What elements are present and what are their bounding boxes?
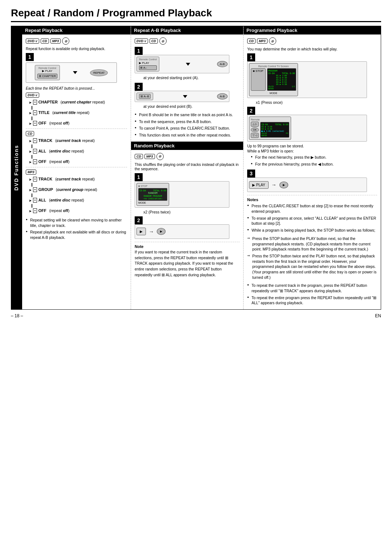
mp3-section-title: MP3 bbox=[26, 170, 127, 175]
prog-stop-note-2: Press the STOP button twice and the PLAY… bbox=[247, 253, 377, 281]
ab-remote-box: Remote Control ▶ PLAY ⊞ A– bbox=[136, 57, 159, 72]
page-title: Repeat / Random / Programmed Playback bbox=[11, 7, 381, 22]
mp3-group-label: GROUP bbox=[38, 187, 53, 192]
arrow-connector bbox=[73, 70, 77, 76]
prog-play-result: ▶ bbox=[279, 182, 288, 188]
repeat-playback-col: Repeat Playback DVD·V CD MP3 ◎ Repeat fu… bbox=[22, 26, 131, 309]
repeat-ab-format-icons: DVD·V CD ◎ bbox=[135, 37, 240, 45]
cd-all-desc: (entire disc repeat) bbox=[49, 149, 84, 153]
prog-step2-num: 2 bbox=[247, 107, 255, 115]
bracket-8: + bbox=[33, 187, 37, 192]
arrow-icon-2: ➤ bbox=[29, 110, 32, 116]
prog-note-2: To erase all programs at once, select "A… bbox=[247, 215, 377, 227]
cd-badge-2: CD bbox=[26, 131, 34, 136]
random-device-box: ■ STOP CD-DATOTAL 0:00 RANDOM RANDOM PRO… bbox=[136, 183, 169, 206]
cd-all-label: ALL bbox=[38, 149, 46, 153]
ab-step1-button: A-B bbox=[217, 61, 228, 67]
mp3-prog-badge: MP3 bbox=[257, 38, 268, 44]
dvd-ab-badge: DVD·V bbox=[135, 38, 148, 44]
repeat-playback-header: Repeat Playback bbox=[22, 26, 131, 34]
prog-step2-container: 2 Remote △ ▷ OK ▽ ◁ CD-DATOTAL 9:59 bbox=[247, 107, 377, 142]
repeat-step1-container: 1 Remote Control ▶ PLAY ⊞ CHAPTER REPEAT bbox=[26, 53, 127, 84]
prog-play-button: ▶ PLAY bbox=[249, 181, 269, 189]
mp3-track-item: ➤ + TRACK (current track repeat) bbox=[29, 177, 127, 182]
prog-notes-label: Notes bbox=[247, 197, 377, 202]
prog-format-icons: CD MP3 ◎ bbox=[247, 37, 377, 45]
dvd-off-desc: (repeat off) bbox=[49, 121, 70, 125]
random-header: Random Playback bbox=[131, 142, 243, 150]
bracket-1: + bbox=[33, 100, 37, 105]
cd-prog-badge: CD bbox=[247, 38, 256, 44]
dvd-chapter-label: CHAPTER bbox=[38, 100, 58, 104]
random-play-box: ▶ bbox=[157, 228, 166, 235]
arrow-icon-8: ➤ bbox=[29, 187, 32, 193]
prog-extra-note-1: To repeat the current track in the progr… bbox=[247, 282, 377, 294]
random-note-label: Note bbox=[135, 244, 240, 249]
prog-screen-2: CD-DATOTAL 9:59 01 ▶ 3:28 02 ▶ 4:30 ■ ▶ … bbox=[260, 122, 289, 138]
ab-notes-list: Point B should be in the same title or t… bbox=[135, 111, 240, 139]
repeat-button-box: REPEAT bbox=[90, 69, 108, 76]
prog-intro: You may determine the order in which tra… bbox=[247, 47, 377, 51]
mp3-all-item: ➤ + ALL (entire disc repeat) bbox=[29, 198, 127, 203]
dvd-chapter-item: ➤ + CHAPTER (current chapter repeat) bbox=[29, 100, 127, 105]
prog-step1-num: 1 bbox=[247, 53, 255, 61]
cd-off-label: OFF bbox=[38, 159, 46, 164]
ab-step2-num: 2 bbox=[135, 83, 143, 91]
random-step1-label: x2 (Press twice) bbox=[143, 210, 240, 214]
arrow-icon-4: ➤ bbox=[29, 138, 32, 144]
ab-step2-container: 2 ⊞ A–B A-B bbox=[135, 83, 240, 102]
repeat-notes-list: Repeat setting will be cleared when movi… bbox=[26, 217, 127, 241]
bracket-7: + bbox=[33, 177, 37, 182]
mp3-off-desc: (repeat off) bbox=[49, 208, 70, 213]
random-screen-1: CD-DATOTAL 0:00 RANDOM RANDOM PROGRAM —n… bbox=[138, 188, 167, 201]
mp3-group-item: ➤ + GROUP (current group repeat) bbox=[29, 187, 127, 193]
bracket-2: + bbox=[33, 110, 37, 115]
repeat-intro-text: Repeat function is available only during… bbox=[26, 47, 127, 51]
random-intro: This shuffles the playing order of track… bbox=[135, 162, 240, 171]
prog-step3-arrow: → bbox=[271, 182, 277, 188]
ab-note-1: Point B should be in the same title or t… bbox=[135, 111, 240, 118]
repeat-step1-caption: Each time the REPEAT button is pressed..… bbox=[26, 86, 127, 90]
mp3-track-label: TRACK bbox=[38, 177, 53, 181]
ab-step1-container: 1 Remote Control ▶ PLAY ⊞ A– A-B bbox=[135, 47, 240, 73]
disc-prog-badge: ◎ bbox=[269, 37, 276, 45]
dvd-title-item: ➤ + TITLE (current title repeat) bbox=[29, 110, 127, 116]
mp3-track-desc: (current track repeat) bbox=[55, 177, 95, 181]
prog-note-1: Press the CLEAR/C.RESET button at step [… bbox=[247, 203, 377, 215]
remote-label: Remote Control bbox=[37, 67, 57, 69]
dvd-title-label: TITLE bbox=[38, 110, 50, 115]
mp3-group-desc: (current group repeat) bbox=[56, 187, 97, 192]
prog-step1-remote: Remote Control TV Screen ■ STOP PROGRAM … bbox=[249, 63, 298, 96]
random-note-text: If you want to repeat the current track … bbox=[135, 249, 240, 278]
arrow-icon-3: ➤ bbox=[29, 121, 32, 126]
bracket-5: + bbox=[33, 149, 37, 154]
dvd-off-label: OFF bbox=[38, 121, 46, 125]
random-step1-num: 1 bbox=[135, 173, 143, 181]
cd-all-item: ➤ + ALL (entire disc repeat) bbox=[29, 149, 127, 154]
dvd-chapter-desc: (current chapter repeat) bbox=[61, 100, 105, 104]
prog-note-3: While a program is being played back, th… bbox=[247, 227, 377, 234]
prog-mp3-prev: For the previous hierarchy, press the ◀ … bbox=[251, 161, 377, 168]
mp3-random-badge: MP3 bbox=[144, 154, 155, 159]
prog-step3-num: 3 bbox=[247, 170, 255, 178]
page-number: – 18 – bbox=[11, 313, 23, 318]
prog-notes-list: Press the CLEAR/C.RESET button at step [… bbox=[247, 203, 377, 233]
arrow-icon-5: ➤ bbox=[29, 149, 32, 154]
repeat-format-icons: DVD·V CD MP3 ◎ bbox=[26, 37, 127, 45]
repeat-note-1: Repeat setting will be cleared when movi… bbox=[26, 217, 127, 229]
random-step2-container: 2 ▶ → ▶ bbox=[135, 216, 240, 239]
random-step2-arrow: → bbox=[149, 229, 154, 235]
bracket-6: + bbox=[33, 159, 37, 164]
arrow-icon-7: ➤ bbox=[29, 177, 32, 182]
dvd-title-desc: (current title repeat) bbox=[52, 110, 89, 115]
repeat-note-2: Repeat playback are not available with a… bbox=[26, 229, 127, 241]
ab-step2-button-2: A-B bbox=[217, 93, 228, 99]
arrow-icon-1: ➤ bbox=[29, 100, 32, 105]
ab-step2-arrow bbox=[183, 95, 187, 98]
ab-step2-display: ⊞ A–B bbox=[136, 93, 153, 100]
mp3-repeat-items: ➤ + TRACK (current track repeat) ➤ + GRO… bbox=[26, 177, 127, 214]
cd-section-title: CD bbox=[26, 131, 127, 136]
ab-step1-arrow bbox=[186, 63, 190, 66]
cd-track-desc: (current track repeat) bbox=[55, 138, 95, 143]
disc-random-badge: ◎ bbox=[156, 153, 164, 160]
